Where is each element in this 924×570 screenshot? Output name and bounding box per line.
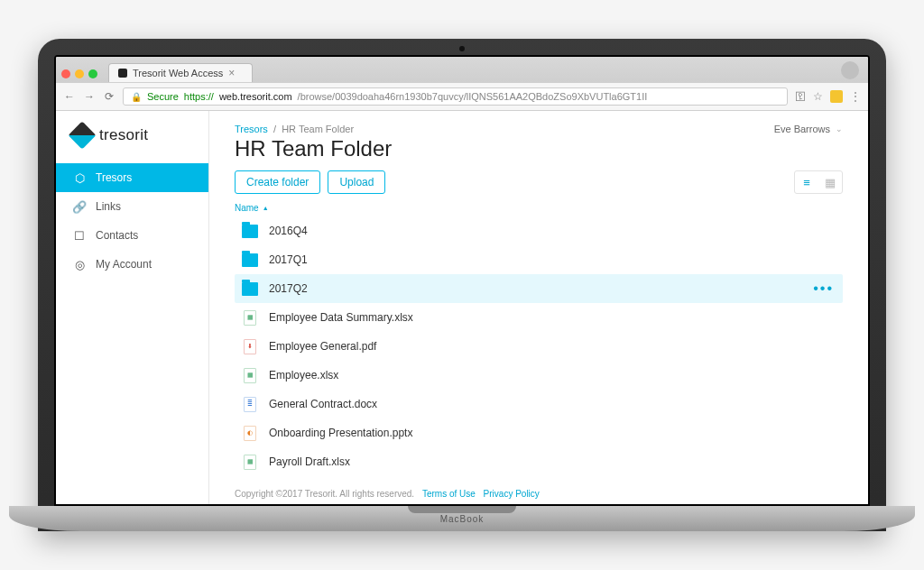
macbook-label: MacBook [440, 514, 485, 524]
brand-name: tresorit [99, 126, 148, 144]
secure-label: Secure [147, 91, 179, 102]
file-name: Employee General.pdf [269, 340, 376, 353]
file-name: Payroll Draft.xlsx [269, 455, 350, 468]
browser-chrome: Tresorit Web Access × ← → ⟳ 🔒 Secure htt… [56, 57, 868, 111]
sidebar-item-label: Tresors [96, 171, 132, 184]
sidebar-item-contacts[interactable]: ☐Contacts [56, 221, 208, 250]
privacy-link[interactable]: Privacy Policy [484, 489, 540, 499]
file-name: General Contract.docx [269, 398, 377, 410]
file-row[interactable]: ◐Onboarding Presentation.pptx [235, 418, 843, 447]
breadcrumb-current: HR Team Folder [282, 124, 354, 134]
sidebar-item-links[interactable]: 🔗Links [56, 192, 208, 221]
chevron-down-icon: ⌄ [836, 124, 843, 133]
file-row[interactable]: ⬇Employee General.pdf [235, 332, 843, 361]
folder-row[interactable]: 2017Q1 [235, 245, 843, 274]
sidebar-item-label: Links [96, 200, 121, 213]
laptop-notch [408, 506, 516, 513]
sidebar-item-tresors[interactable]: ⬡Tresors [56, 163, 208, 192]
sidebar: tresorit ⬡Tresors🔗Links☐Contacts◎My Acco… [56, 111, 209, 504]
minimize-window-icon[interactable] [75, 69, 84, 78]
sidebar-item-label: Contacts [96, 229, 138, 242]
browser-profile-icon[interactable] [841, 61, 859, 79]
xls-file-icon: ▦ [242, 367, 258, 383]
browser-tab[interactable]: Tresorit Web Access × [108, 63, 253, 82]
url-scheme: https:// [184, 91, 214, 102]
browser-address-bar: ← → ⟳ 🔒 Secure https:// web.tresorit.com… [56, 82, 868, 111]
extension-icon[interactable] [830, 90, 843, 103]
list-header-name[interactable]: Name ▲ [235, 203, 843, 213]
upload-button[interactable]: Upload [328, 170, 385, 194]
file-name: Employee.xlsx [269, 369, 338, 382]
folder-row[interactable]: 2017Q2••• [235, 274, 843, 303]
back-button[interactable]: ← [63, 90, 76, 103]
row-more-icon[interactable]: ••• [813, 280, 834, 297]
folder-icon [242, 252, 258, 268]
pdf-file-icon: ⬇ [242, 338, 258, 354]
file-name: 2017Q2 [269, 282, 308, 295]
reload-button[interactable]: ⟳ [103, 90, 116, 103]
tab-title: Tresorit Web Access [133, 68, 223, 78]
app: tresorit ⬡Tresors🔗Links☐Contacts◎My Acco… [56, 111, 868, 504]
browser-tabbar: Tresorit Web Access × [56, 57, 868, 82]
hexagon-icon: ⬡ [72, 170, 87, 185]
folder-icon [242, 223, 258, 239]
addrbar-right: ⚿ ☆ ⋮ [795, 90, 861, 103]
link-icon: 🔗 [72, 199, 87, 214]
brand[interactable]: tresorit [56, 125, 208, 163]
file-name: 2016Q4 [269, 225, 308, 237]
pptx-file-icon: ◐ [242, 425, 258, 441]
breadcrumb: Tresors / HR Team Folder [235, 124, 354, 134]
breadcrumb-root[interactable]: Tresors [235, 124, 268, 134]
sidebar-nav: ⬡Tresors🔗Links☐Contacts◎My Account [56, 163, 208, 279]
forward-button[interactable]: → [83, 90, 96, 103]
page-title: HR Team Folder [235, 136, 843, 161]
tab-favicon [118, 69, 127, 78]
url-field[interactable]: 🔒 Secure https:// web.tresorit.com /brow… [123, 87, 788, 106]
sidebar-item-label: My Account [96, 258, 152, 271]
brand-logo-icon [68, 121, 96, 149]
camera-dot [459, 46, 465, 51]
file-row[interactable]: ▦Payroll Draft.xlsx [235, 447, 843, 476]
menu-icon[interactable]: ⋮ [850, 90, 861, 103]
key-icon[interactable]: ⚿ [795, 90, 806, 103]
lock-icon: 🔒 [131, 92, 142, 102]
file-name: Onboarding Presentation.pptx [269, 427, 412, 439]
create-folder-button[interactable]: Create folder [235, 170, 320, 194]
xls-file-icon: ▦ [242, 309, 258, 326]
contact-icon: ☐ [72, 228, 87, 243]
laptop-base: MacBook [9, 506, 915, 531]
file-row[interactable]: ▦Employee.xlsx [235, 361, 843, 390]
screen: Tresorit Web Access × ← → ⟳ 🔒 Secure htt… [54, 55, 870, 506]
url-path: /browse/0039doaha46rn1930b7quvcy/lIQNS56… [298, 91, 648, 102]
laptop-frame: Tresorit Web Access × ← → ⟳ 🔒 Secure htt… [38, 39, 886, 531]
file-list: 2016Q42017Q12017Q2•••▦Employee Data Summ… [235, 216, 843, 476]
terms-link[interactable]: Terms of Use [422, 489, 476, 499]
window-controls[interactable] [61, 69, 97, 78]
user-menu[interactable]: Eve Barrows ⌄ [774, 124, 843, 134]
star-icon[interactable]: ☆ [813, 90, 823, 103]
maximize-window-icon[interactable] [88, 69, 97, 78]
footer: Copyright ©2017 Tresorit. All rights res… [235, 476, 843, 499]
user-name: Eve Barrows [774, 124, 830, 134]
url-host: web.tresorit.com [219, 91, 292, 102]
file-name: 2017Q1 [269, 253, 308, 266]
toolbar: Create folder Upload ≡ ▦ [235, 170, 843, 194]
sidebar-item-my-account[interactable]: ◎My Account [56, 250, 208, 279]
close-window-icon[interactable] [61, 69, 70, 78]
sort-asc-icon: ▲ [263, 205, 269, 211]
folder-icon [242, 280, 258, 297]
main: Tresors / HR Team Folder Eve Barrows ⌄ H… [209, 111, 868, 504]
file-row[interactable]: ≣General Contract.docx [235, 390, 843, 418]
file-name: Employee Data Summary.xlsx [269, 311, 413, 324]
view-toggle: ≡ ▦ [794, 170, 843, 194]
footer-copyright: Copyright ©2017 Tresorit. All rights res… [235, 489, 414, 499]
user-icon: ◎ [72, 257, 87, 271]
file-row[interactable]: ▦Employee Data Summary.xlsx [235, 303, 843, 332]
folder-row[interactable]: 2016Q4 [235, 216, 843, 245]
grid-view-button[interactable]: ▦ [818, 171, 842, 193]
docx-file-icon: ≣ [242, 396, 258, 412]
xls-file-icon: ▦ [242, 454, 258, 470]
close-tab-icon[interactable]: × [228, 67, 235, 79]
list-view-button[interactable]: ≡ [795, 171, 818, 193]
